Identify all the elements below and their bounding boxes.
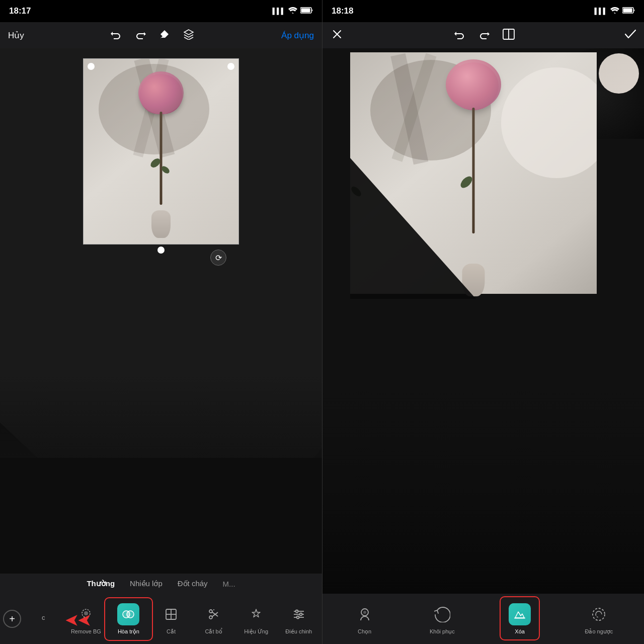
- cat-bo-icon: [203, 603, 225, 625]
- left-status-time: 18:17: [9, 6, 31, 16]
- tool-label-remove-bg: Remove BG: [71, 628, 101, 634]
- right-toolbar-center: [452, 27, 517, 44]
- tool-item-khoi-phuc[interactable]: Khôi phục: [425, 599, 460, 639]
- tool-label-xoa: Xóa: [515, 628, 525, 634]
- tool-item-chon[interactable]: Chọn: [349, 599, 381, 639]
- cat-icon: [160, 603, 182, 625]
- tool-item-hieu-ung[interactable]: Hiệu Ứng: [235, 599, 278, 639]
- crop-handle-tl[interactable]: [88, 63, 95, 70]
- right-tools-bar: Chọn Khôi phục Xóa: [323, 594, 644, 644]
- right-wifi-icon: [610, 7, 619, 16]
- tool-item-dao-nguoc[interactable]: Đảo ngược: [580, 599, 618, 639]
- dieu-chinh-icon: [288, 603, 310, 625]
- close-button[interactable]: [331, 28, 344, 43]
- tool-item-c[interactable]: c: [22, 602, 65, 635]
- blend-burn[interactable]: Đốt cháy: [178, 579, 208, 588]
- left-status-bar: 18:17 ▌▌▌: [0, 0, 322, 22]
- right-redo-button[interactable]: [476, 27, 492, 44]
- tool-label-dieu-chinh: Điều chinh: [285, 628, 312, 635]
- left-panel: 18:17 ▌▌▌ Hủy: [0, 0, 322, 644]
- dao-nguoc-icon: [588, 603, 610, 625]
- svg-rect-23: [623, 9, 632, 13]
- tool-item-hoa-tron[interactable]: Hòa trộn: [107, 599, 150, 639]
- blend-more[interactable]: M...: [223, 580, 235, 588]
- redo-button[interactable]: [133, 27, 148, 44]
- svg-point-27: [363, 611, 366, 614]
- c-icon: c: [32, 606, 54, 628]
- left-status-icons: ▌▌▌: [272, 7, 313, 15]
- tool-label-cat: Cắt: [167, 628, 176, 635]
- svg-point-21: [296, 616, 299, 618]
- tool-item-dieu-chinh[interactable]: Điều chinh: [277, 599, 320, 639]
- left-toolbar-left: Hủy: [8, 30, 24, 41]
- crop-handle-bottom[interactable]: [157, 247, 165, 254]
- left-toolbar-right: Áp dụng: [281, 30, 314, 41]
- blend-mode-bar: Thường Nhiều lớp Đốt cháy M...: [0, 574, 322, 594]
- left-toolbar: Hủy Áp dụng: [0, 22, 322, 48]
- tool-item-xoa[interactable]: Xóa: [504, 599, 536, 638]
- signal-icon: ▌▌▌: [272, 8, 285, 15]
- right-panel: 18:18 ▌▌▌: [322, 0, 644, 644]
- right-battery-icon: [622, 7, 635, 16]
- crop-handle-tr[interactable]: [227, 63, 234, 70]
- right-status-bar: 18:18 ▌▌▌: [323, 0, 644, 22]
- tool-label-cat-bo: Cắt bổ: [205, 628, 222, 635]
- remove-bg-icon: [75, 603, 97, 625]
- right-canvas[interactable]: [323, 48, 644, 594]
- compare-button[interactable]: [501, 27, 517, 44]
- cancel-button[interactable]: Hủy: [8, 30, 24, 41]
- right-status-icons: ▌▌▌: [594, 7, 635, 16]
- right-status-time: 18:18: [332, 6, 353, 16]
- svg-point-20: [299, 613, 302, 615]
- svg-rect-28: [514, 617, 525, 619]
- left-toolbar-center: [109, 27, 196, 44]
- tool-label-khoi-phuc: Khôi phục: [430, 628, 455, 635]
- wifi-icon: [288, 7, 297, 15]
- eraser-tool-button[interactable]: [157, 27, 172, 44]
- svg-point-29: [593, 608, 605, 620]
- battery-icon: [300, 7, 313, 15]
- tool-label-hieu-ung: Hiệu Ứng: [244, 628, 268, 635]
- svg-rect-1: [301, 9, 310, 13]
- hoa-tron-icon: [117, 603, 139, 625]
- apply-button[interactable]: Áp dụng: [281, 30, 314, 41]
- left-tools-bar: + c Remove BG: [0, 594, 322, 644]
- chon-icon: [354, 603, 376, 625]
- rotate-handle[interactable]: ⟳: [210, 250, 226, 266]
- tool-label-hoa-tron: Hòa trộn: [118, 628, 139, 635]
- khoi-phuc-icon: [431, 603, 453, 625]
- blend-multiply[interactable]: Nhiều lớp: [130, 579, 163, 588]
- tool-label-chon: Chọn: [358, 628, 371, 635]
- layers-button[interactable]: [181, 27, 196, 44]
- svg-point-7: [127, 611, 130, 618]
- xoa-icon: [509, 603, 531, 625]
- add-layer-button[interactable]: +: [3, 610, 21, 628]
- right-toolbar-right: [625, 30, 636, 41]
- tool-label-dao-nguoc: Đảo ngược: [585, 628, 613, 635]
- tool-item-remove-bg[interactable]: Remove BG: [65, 599, 108, 638]
- tool-item-cat-bo[interactable]: Cắt bổ: [192, 599, 235, 639]
- left-canvas[interactable]: ⟳: [0, 48, 322, 574]
- blend-normal[interactable]: Thường: [87, 579, 115, 588]
- svg-point-19: [295, 610, 298, 612]
- tool-item-cat[interactable]: Cắt: [150, 599, 193, 639]
- right-undo-button[interactable]: [452, 27, 467, 44]
- plus-icon: +: [9, 613, 15, 625]
- right-signal-icon: ▌▌▌: [594, 8, 607, 15]
- crop-frame[interactable]: [83, 58, 239, 245]
- svg-point-3: [84, 611, 88, 615]
- right-toolbar: [323, 22, 644, 48]
- hieu-ung-icon: [245, 603, 267, 625]
- confirm-button[interactable]: [625, 30, 636, 41]
- undo-button[interactable]: [109, 27, 124, 44]
- right-toolbar-left: [331, 28, 344, 43]
